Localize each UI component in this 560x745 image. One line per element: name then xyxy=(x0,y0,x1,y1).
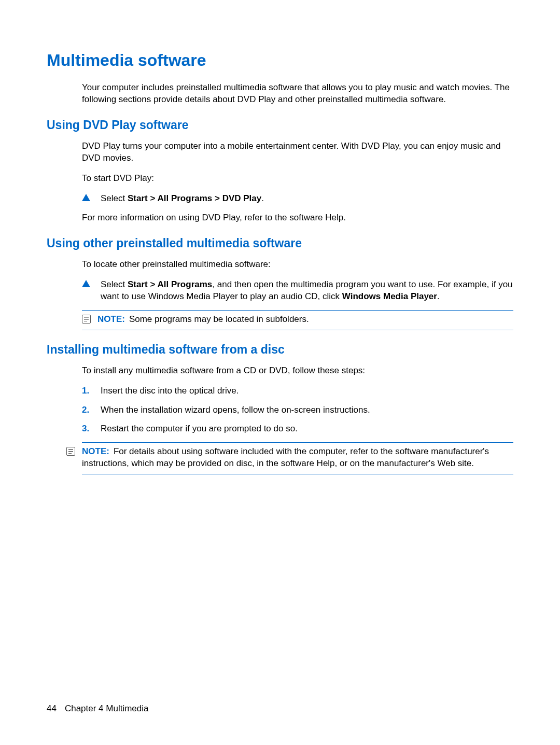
list-number: 2. xyxy=(82,404,101,416)
paragraph: To install any multimedia software from … xyxy=(82,365,513,377)
triangle-icon xyxy=(82,280,90,287)
paragraph: To start DVD Play: xyxy=(82,173,513,185)
paragraph: For more information on using DVD Play, … xyxy=(82,212,513,224)
step-text: Select Start > All Programs, and then op… xyxy=(101,279,513,303)
heading-2-other-software: Using other preinstalled multimedia soft… xyxy=(47,235,513,251)
text: Some programs may be located in subfolde… xyxy=(129,314,309,324)
note-label: NOTE: xyxy=(82,446,109,456)
note-box: NOTE:For details about using software in… xyxy=(82,442,513,474)
triangle-icon xyxy=(82,194,90,201)
note-label: NOTE: xyxy=(97,314,125,324)
page-number: 44 xyxy=(47,704,57,713)
list-number: 3. xyxy=(82,423,101,435)
text: . xyxy=(437,291,440,301)
heading-2-install-from-disc: Installing multimedia software from a di… xyxy=(47,342,513,358)
bold-text: Start > All Programs xyxy=(128,279,212,289)
note-text: NOTE:Some programs may be located in sub… xyxy=(97,314,513,326)
step-text: Select Start > All Programs > DVD Play. xyxy=(101,193,513,205)
list-item: 1. Insert the disc into the optical driv… xyxy=(82,385,513,397)
bold-text: Windows Media Player xyxy=(342,291,437,301)
list-item: 3. Restart the computer if you are promp… xyxy=(82,423,513,435)
list-text: Restart the computer if you are prompted… xyxy=(101,423,513,435)
list-text: When the installation wizard opens, foll… xyxy=(101,404,513,416)
step-row: Select Start > All Programs > DVD Play. xyxy=(82,193,513,205)
note-box: NOTE:Some programs may be located in sub… xyxy=(82,310,513,330)
list-number: 1. xyxy=(82,385,101,397)
intro-paragraph: Your computer includes preinstalled mult… xyxy=(82,82,513,106)
paragraph: DVD Play turns your computer into a mobi… xyxy=(82,140,513,164)
page-footer: 44Chapter 4 Multimedia xyxy=(47,703,149,715)
list-text: Insert the disc into the optical drive. xyxy=(101,385,513,397)
document-page: Multimedia software Your computer includ… xyxy=(0,0,560,745)
note-text: NOTE:For details about using software in… xyxy=(82,446,513,470)
bold-text: Start > All Programs > DVD Play xyxy=(128,193,261,203)
text: For details about using software include… xyxy=(82,446,489,468)
heading-1: Multimedia software xyxy=(47,49,513,72)
text: Select xyxy=(101,279,128,289)
text: . xyxy=(261,193,264,203)
text: Select xyxy=(101,193,128,203)
step-row: Select Start > All Programs, and then op… xyxy=(82,279,513,303)
list-item: 2. When the installation wizard opens, f… xyxy=(82,404,513,416)
note-icon xyxy=(82,315,91,324)
note-icon xyxy=(66,447,75,456)
paragraph: To locate other preinstalled multimedia … xyxy=(82,259,513,271)
heading-2-dvd-play: Using DVD Play software xyxy=(47,117,513,133)
chapter-label: Chapter 4 Multimedia xyxy=(65,704,149,713)
